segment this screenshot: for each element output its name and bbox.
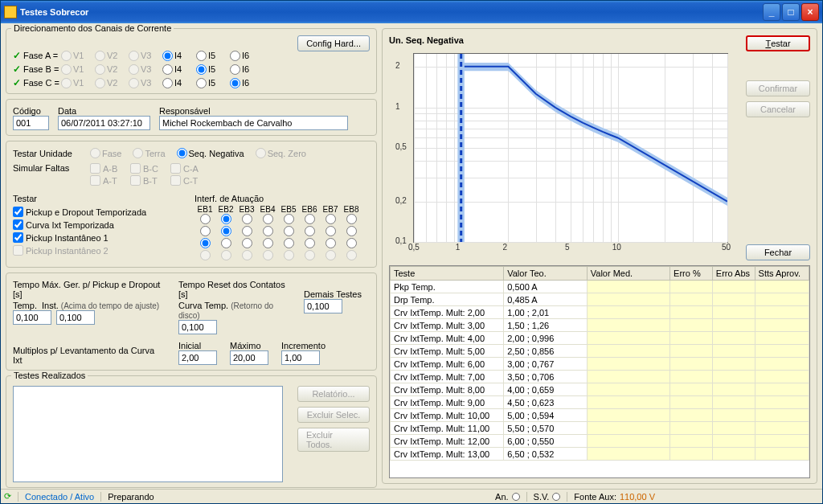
- excluir-selec-button[interactable]: Excluir Selec.: [297, 407, 370, 423]
- inst-input[interactable]: [56, 310, 95, 325]
- falta-check: C-T: [170, 175, 211, 186]
- eb-radio[interactable]: [278, 226, 299, 238]
- eb-radio[interactable]: [236, 238, 257, 250]
- eb-radio[interactable]: [341, 214, 362, 226]
- test-item-check: Pickup Instantâneo 2: [13, 245, 190, 256]
- test-item-check[interactable]: Pickup e Dropout Temporizada: [13, 207, 190, 217]
- chart: Un. Seq. Negativa 0,512510500,10,20,512: [389, 35, 733, 260]
- mult-label: Multiplos p/ Levantamento da Curva Ixt: [13, 346, 166, 365]
- demais-label: Demais Testes: [304, 289, 362, 299]
- close-button[interactable]: ×: [801, 3, 819, 21]
- demais-input[interactable]: [304, 299, 342, 313]
- minimize-button[interactable]: _: [763, 3, 780, 21]
- eb-radio[interactable]: [320, 214, 341, 226]
- confirmar-button[interactable]: Confirmar: [746, 80, 810, 96]
- test-item-check[interactable]: Pickup Instantâneo 1: [13, 232, 190, 243]
- status-bar: ⟳ Conectado / Ativo Preparando An. S.V. …: [1, 489, 822, 503]
- testar-button[interactable]: Testar: [746, 35, 810, 51]
- phase-radio-i6[interactable]: I6: [230, 77, 264, 88]
- y-tick: 1: [395, 102, 400, 111]
- eb-radio: [215, 250, 236, 262]
- curva-temp-input[interactable]: [178, 320, 217, 334]
- testar-label: Testar: [13, 194, 190, 203]
- eb-radio[interactable]: [215, 214, 236, 226]
- table-row[interactable]: Crv IxtTemp. Mult: 13,006,50 ; 0,532: [391, 448, 809, 461]
- table-row[interactable]: Crv IxtTemp. Mult: 4,002,00 ; 0,996: [391, 332, 809, 345]
- excluir-todos-button[interactable]: Excluir Todos.: [297, 428, 370, 452]
- table-row[interactable]: Crv IxtTemp. Mult: 8,004,00 ; 0,659: [391, 383, 809, 396]
- eb-radio[interactable]: [278, 214, 299, 226]
- eb-radio[interactable]: [215, 238, 236, 250]
- unidade-radio[interactable]: Seq. Negativa: [177, 148, 244, 158]
- eb-radio[interactable]: [299, 226, 320, 238]
- phase-radio-i4[interactable]: I4: [162, 50, 196, 61]
- title-bar: Testes Sobrecor _ □ ×: [1, 1, 822, 23]
- table-row[interactable]: Crv IxtTemp. Mult: 7,003,50 ; 0,706: [391, 371, 809, 383]
- table-row[interactable]: Drp Temp.0,485 A: [391, 293, 809, 306]
- table-header[interactable]: Erro Abs: [712, 267, 755, 281]
- eb-radio[interactable]: [236, 226, 257, 238]
- eb-radio[interactable]: [194, 214, 215, 226]
- eb-radio[interactable]: [257, 226, 278, 238]
- phase-radio-i5[interactable]: I5: [196, 77, 230, 88]
- realizados-list[interactable]: [13, 386, 283, 482]
- phase-radio-i6[interactable]: I6: [230, 64, 264, 75]
- table-row[interactable]: Crv IxtTemp. Mult: 2,001,00 ; 2,01: [391, 306, 809, 319]
- x-tick: 2: [502, 243, 507, 252]
- eb-radio[interactable]: [341, 226, 362, 238]
- eb-radio[interactable]: [257, 238, 278, 250]
- eb-radio[interactable]: [236, 214, 257, 226]
- fechar-button[interactable]: Fechar: [746, 244, 810, 260]
- cancelar-button[interactable]: Cancelar: [746, 101, 810, 117]
- eb-radio[interactable]: [341, 238, 362, 250]
- table-row[interactable]: Crv IxtTemp. Mult: 9,004,50 ; 0,623: [391, 396, 809, 409]
- tempo-max-label: Tempo Máx. Ger. p/ Pickup e Dropout [s]: [13, 280, 166, 299]
- phase-radio-i5[interactable]: I5: [196, 64, 230, 75]
- group-realizados: Testes Realizados Relatório... Excluir S…: [6, 375, 377, 488]
- reset-label: Tempo Reset dos Contatos [s]: [178, 280, 291, 299]
- max-input[interactable]: [230, 350, 268, 365]
- max-label: Máximo: [230, 341, 268, 350]
- eb-radio[interactable]: [320, 238, 341, 250]
- eb-radio[interactable]: [215, 226, 236, 238]
- eb-radio[interactable]: [299, 238, 320, 250]
- codigo-input[interactable]: [13, 116, 49, 130]
- table-row[interactable]: Crv IxtTemp. Mult: 12,006,00 ; 0,550: [391, 435, 809, 448]
- table-header[interactable]: Valor Med.: [587, 267, 669, 281]
- eb-radio: [278, 250, 299, 262]
- table-row[interactable]: Crv IxtTemp. Mult: 3,001,50 ; 1,26: [391, 319, 809, 332]
- table-header[interactable]: Valor Teo.: [504, 267, 588, 281]
- inicial-input[interactable]: [178, 350, 217, 365]
- unidade-radio: Terra: [133, 148, 165, 158]
- config-hard-button[interactable]: Config Hard...: [297, 35, 370, 51]
- temp-input[interactable]: [13, 310, 51, 325]
- table-header[interactable]: Stts Aprov.: [755, 267, 809, 281]
- table-row[interactable]: Crv IxtTemp. Mult: 6,003,00 ; 0,767: [391, 358, 809, 371]
- results-table: TesteValor Teo.Valor Med.Erro %Erro AbsS…: [389, 265, 810, 478]
- table-header[interactable]: Erro %: [670, 267, 713, 281]
- eb-radio[interactable]: [278, 238, 299, 250]
- table-row[interactable]: Crv IxtTemp. Mult: 11,005,50 ; 0,570: [391, 422, 809, 435]
- responsavel-input[interactable]: [159, 116, 348, 130]
- relatorio-button[interactable]: Relatório...: [297, 386, 370, 402]
- eb-header: EB8: [341, 205, 362, 214]
- inc-input[interactable]: [281, 350, 320, 365]
- eb-radio[interactable]: [257, 214, 278, 226]
- eb-radio[interactable]: [194, 226, 215, 238]
- data-label: Data: [58, 106, 154, 116]
- phase-radio-i4[interactable]: I4: [162, 77, 196, 88]
- data-input[interactable]: [58, 116, 150, 130]
- table-row[interactable]: Pkp Temp.0,500 A: [391, 281, 809, 293]
- table-header[interactable]: Teste: [391, 267, 504, 281]
- phase-radio-i4[interactable]: I4: [162, 64, 196, 75]
- table-row[interactable]: Crv IxtTemp. Mult: 10,005,00 ; 0,594: [391, 409, 809, 422]
- eb-radio[interactable]: [194, 238, 215, 250]
- phase-radio-i6[interactable]: I6: [230, 50, 264, 61]
- refresh-icon[interactable]: ⟳: [4, 491, 11, 502]
- test-item-check[interactable]: Curva Ixt Temporizada: [13, 219, 190, 230]
- eb-radio[interactable]: [320, 226, 341, 238]
- eb-radio[interactable]: [299, 214, 320, 226]
- maximize-button[interactable]: □: [782, 3, 800, 21]
- phase-radio-i5[interactable]: I5: [196, 50, 230, 61]
- table-row[interactable]: Crv IxtTemp. Mult: 5,002,50 ; 0,856: [391, 345, 809, 358]
